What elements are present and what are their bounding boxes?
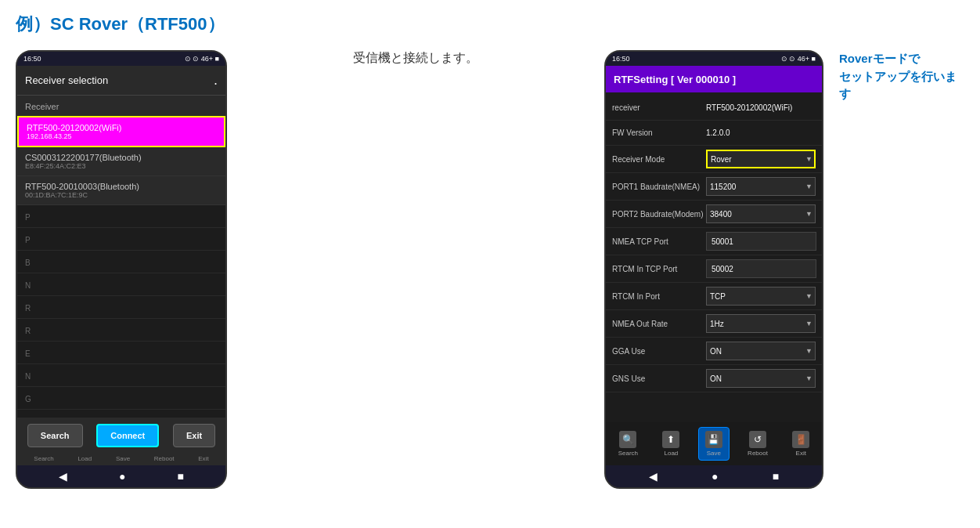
rtcm-port-select[interactable]: TCPCOM1COM2 [706,287,816,306]
setting-row-port2: PORT2 Baudrate(Modem) 384009600115200 ▼ [606,201,822,228]
gga-select[interactable]: ONOFF [706,342,816,360]
phone-frame-2: 16:50 ⊙ ⊙ 46+ ■ RTFSetting [ Ver 000010 … [604,50,823,489]
toolbar-search[interactable]: 🔍 Search [612,428,644,460]
label-search: Search [34,455,53,462]
setting-row-nmea-tcp: NMEA TCP Port [606,228,822,255]
setting-row-gga: GGA Use ONOFF ▼ [606,338,822,365]
right-annotation: Roverモードで セットアップを行います [823,50,964,103]
nmea-tcp-port-input[interactable] [706,232,816,251]
nav-back-2[interactable]: ◀ [649,470,658,483]
port1-baudrate-select[interactable]: 115200960038400 [706,177,816,196]
toolbar-exit-label: Exit [796,450,806,457]
nav-home-2[interactable]: ● [712,470,718,483]
receiver-item-0[interactable]: RTF500-20120002(WiFi) 192.168.43.25 [17,116,225,147]
screen2-header: RTFSetting [ Ver 000010 ] [606,66,822,92]
setting-row-rtcm-tcp: RTCM In TCP Port [606,255,822,283]
partial-item-r2: R [17,319,225,342]
save-icon: 💾 [705,431,722,448]
setting-row-rtcm-port: RTCM In Port TCPCOM1COM2 ▼ [606,283,822,310]
mode-dropdown-wrapper: Rover Base ▼ [706,150,816,168]
nav-square-1[interactable]: ■ [178,470,184,483]
receiver-addr-1: E8:4F:25:4A:C2:E3 [25,162,218,170]
header-dot: . [214,72,218,89]
label-nmea-tcp: NMEA TCP Port [612,237,706,246]
toolbar-load-label: Load [664,450,678,457]
setting-row-receiver: receiver RTF500-20120002(WiFi) [606,96,822,121]
label-port1: PORT1 Baudrate(NMEA) [612,183,706,191]
partial-item-p2: P [17,228,225,251]
nav-bar-2: ◀ ● ■ [606,465,822,487]
button-labels: Search Load Save Reboot Exit [17,454,225,465]
label-reboot: Reboot [154,455,175,462]
setting-row-mode: Receiver Mode Rover Base ▼ [606,146,822,173]
label-save: Save [116,455,130,462]
connect-button[interactable]: Connect [96,424,159,447]
setting-row-port1: PORT1 Baudrate(NMEA) 115200960038400 ▼ [606,173,822,201]
reboot-icon: ↺ [749,431,766,448]
exit-icon: 🚪 [792,431,809,448]
nav-bar-1: ◀ ● ■ [17,465,225,487]
receiver-selection-title: Receiver selection [25,74,108,86]
nav-home-1[interactable]: ● [119,470,125,483]
rtcm-port-wrapper: TCPCOM1COM2 ▼ [706,287,816,306]
receiver-item-2[interactable]: RTF500-20010003(Bluetooth) 00:1D:BA:7C:1… [17,176,225,205]
partial-item-r1: R [17,296,225,319]
receiver-mode-select[interactable]: Rover Base [706,150,816,168]
partial-item-e: E [17,342,225,364]
receiver-addr-0: 192.168.43.25 [27,132,216,140]
partial-item-n2: N [17,364,225,387]
label-fw: FW Version [612,128,706,137]
toolbar-reboot-label: Reboot [748,450,768,457]
receiver-name-2: RTF500-20010003(Bluetooth) [25,182,218,191]
gns-wrapper: ONOFF ▼ [706,369,816,388]
label-nmea-rate: NMEA Out Rate [612,320,706,328]
action-buttons: Search Connect Exit [17,418,225,454]
value-fw: 1.2.0.0 [706,128,816,137]
setting-row-fw: FW Version 1.2.0.0 [606,121,822,146]
receiver-addr-2: 00:1D:BA:7C:1E:9C [25,191,218,199]
partial-item-n: N [17,273,225,296]
screen2-toolbar: 🔍 Search ⬆ Load 💾 Save ↺ Reboot 🚪 E [606,422,822,465]
screen1-header: Receiver selection . [17,66,225,95]
phone-frame-1: 16:50 ⊙ ⊙ 46+ ■ Receiver selection . Rec… [16,50,227,489]
toolbar-load[interactable]: ⬆ Load [656,428,686,460]
receiver-item-1[interactable]: CS0003122200177(Bluetooth) E8:4F:25:4A:C… [17,147,225,176]
time-2: 16:50 [612,55,630,63]
nmea-rate-select[interactable]: 1Hz5Hz10Hz [706,314,816,333]
time-1: 16:50 [23,55,41,63]
port1-dropdown-wrapper: 115200960038400 ▼ [706,177,816,196]
partial-item-p1: P [17,205,225,228]
screen-2: RTFSetting [ Ver 000010 ] receiver RTF50… [606,66,822,465]
receiver-name-0: RTF500-20120002(WiFi) [27,123,216,132]
status-bar-2: 16:50 ⊙ ⊙ 46+ ■ [606,52,822,66]
setting-row-gns: GNS Use ONOFF ▼ [606,365,822,392]
rtcm-tcp-port-input[interactable] [706,259,816,278]
search-button[interactable]: Search [27,424,83,447]
exit-button[interactable]: Exit [173,424,215,447]
toolbar-exit[interactable]: 🚪 Exit [786,428,816,460]
label-exit: Exit [198,455,208,462]
load-icon: ⬆ [662,431,679,448]
toolbar-save[interactable]: 💾 Save [698,427,730,461]
port2-baudrate-select[interactable]: 384009600115200 [706,204,816,223]
settings-body: receiver RTF500-20120002(WiFi) FW Versio… [606,92,822,422]
status-bar-1: 16:50 ⊙ ⊙ 46+ ■ [17,52,225,66]
setting-row-nmea-rate: NMEA Out Rate 1Hz5Hz10Hz ▼ [606,310,822,338]
search-icon: 🔍 [619,431,636,448]
receiver-list: RTF500-20120002(WiFi) 192.168.43.25 CS00… [17,116,225,418]
label-rtcm-tcp: RTCM In TCP Port [612,265,706,273]
label-rtcm-port: RTCM In Port [612,292,706,301]
gns-select[interactable]: ONOFF [706,369,816,388]
screen-1: Receiver selection . Receiver RTF500-201… [17,66,225,465]
port2-dropdown-wrapper: 384009600115200 ▼ [706,204,816,223]
status-icons-1: ⊙ ⊙ 46+ ■ [185,55,219,63]
nav-back-1[interactable]: ◀ [59,470,67,483]
gga-wrapper: ONOFF ▼ [706,342,816,360]
status-icons-2: ⊙ ⊙ 46+ ■ [781,55,816,63]
label-receiver: receiver [612,103,706,112]
partial-item-g: G [17,387,225,410]
page-title: 例）SC Rover（RTF500） [16,13,964,36]
nav-square-2[interactable]: ■ [773,470,779,483]
middle-description: 受信機と接続します。 [227,50,604,67]
toolbar-reboot[interactable]: ↺ Reboot [741,428,774,460]
